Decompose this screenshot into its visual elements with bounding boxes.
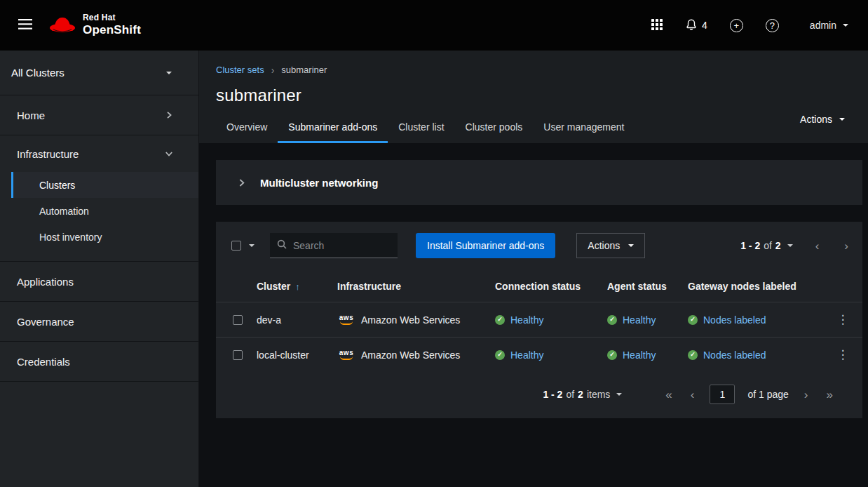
tab-overview[interactable]: Overview xyxy=(216,115,278,143)
sidebar-item-infrastructure[interactable]: Infrastructure xyxy=(0,135,198,172)
sidebar-item-label: Clusters xyxy=(39,180,75,191)
gateway-status-link[interactable]: Nodes labeled xyxy=(703,314,766,326)
bulk-select-dropdown[interactable] xyxy=(226,233,260,258)
brand-line2: OpenShift xyxy=(83,23,141,37)
sort-ascending-icon: ↑ xyxy=(295,281,300,292)
tab-cluster-pools[interactable]: Cluster pools xyxy=(455,115,534,143)
app-launcher-button[interactable] xyxy=(651,19,663,32)
table-toolbar: Install Submariner add-ons Actions 1 - 2… xyxy=(216,222,862,267)
row-checkbox[interactable] xyxy=(233,350,243,360)
cluster-switcher-label: All Clusters xyxy=(11,67,65,79)
sidebar-item-applications[interactable]: Applications xyxy=(0,262,198,301)
connection-status-link[interactable]: Healthy xyxy=(510,314,543,326)
pagination-options-menu[interactable]: 1 - 2 of 2 items xyxy=(543,389,622,400)
caret-down-icon xyxy=(628,244,634,247)
masthead: Red Hat OpenShift xyxy=(0,0,868,51)
tab-user-management[interactable]: User management xyxy=(533,115,635,143)
check-circle-icon: ✓ xyxy=(495,350,505,360)
pagination-of-label: of xyxy=(764,240,772,251)
first-page-button[interactable]: « xyxy=(663,389,674,401)
breadcrumb-current: submariner xyxy=(281,65,327,75)
pagination-range: 1 - 2 xyxy=(740,240,760,251)
infrastructure-label: Amazon Web Services xyxy=(361,314,460,326)
agent-status-link[interactable]: Healthy xyxy=(623,349,656,361)
multicluster-networking-expandable[interactable]: Multicluster networking xyxy=(216,160,862,205)
next-page-button[interactable]: › xyxy=(841,240,851,252)
notification-count: 4 xyxy=(702,20,707,31)
tab-cluster-list[interactable]: Cluster list xyxy=(388,115,454,143)
submariner-addons-table-card: Install Submariner add-ons Actions 1 - 2… xyxy=(216,222,862,418)
nav-toggle-button[interactable] xyxy=(13,13,38,38)
column-header-gateway-nodes-labeled: Gateway nodes labeled xyxy=(688,281,823,292)
pagination-range: 1 - 2 xyxy=(543,389,562,400)
last-page-button[interactable]: » xyxy=(824,389,836,401)
bottom-pagination: 1 - 2 of 2 items « ‹ of 1 page › xyxy=(216,372,862,418)
sidebar-item-clusters[interactable]: Clusters xyxy=(11,172,198,198)
table-actions-dropdown[interactable]: Actions xyxy=(576,233,645,258)
sidebar-item-home[interactable]: Home xyxy=(0,95,198,135)
cluster-switcher-dropdown[interactable]: All Clusters xyxy=(0,51,198,95)
previous-page-button[interactable]: ‹ xyxy=(688,389,698,401)
actions-label: Actions xyxy=(588,240,620,251)
install-submariner-addons-button[interactable]: Install Submariner add-ons xyxy=(416,233,555,258)
caret-down-icon xyxy=(616,393,622,396)
table-header-row: Cluster ↑ Infrastructure Connection stat… xyxy=(216,271,862,302)
sidebar-item-label: Infrastructure xyxy=(17,148,79,160)
page-actions-dropdown[interactable]: Actions xyxy=(800,114,845,125)
sidebar-item-label: Automation xyxy=(39,206,89,217)
user-menu-dropdown[interactable]: admin xyxy=(810,20,848,31)
sidebar-item-automation[interactable]: Automation xyxy=(11,198,198,224)
cluster-name: dev-a xyxy=(257,314,337,326)
gateway-status-link[interactable]: Nodes labeled xyxy=(703,349,766,361)
create-import-button[interactable]: + xyxy=(730,19,743,32)
plus-circle-icon: + xyxy=(730,19,743,32)
table-row-local-cluster: local-cluster aws Amazon Web Services ✓ … xyxy=(216,337,862,372)
sidebar-nav: All Clusters Home Infrastructure Cluster… xyxy=(0,51,199,487)
row-kebab-menu[interactable]: ⋮ xyxy=(837,349,849,361)
page-header: Cluster sets › submariner submariner Act… xyxy=(199,51,868,143)
caret-down-icon xyxy=(843,24,848,27)
breadcrumb-cluster-sets-link[interactable]: Cluster sets xyxy=(216,65,264,75)
chevron-right-icon xyxy=(237,178,246,187)
main-content: Cluster sets › submariner submariner Act… xyxy=(199,51,868,487)
column-header-agent-status: Agent status xyxy=(607,281,688,292)
top-pagination: 1 - 2 of 2 ‹ › xyxy=(740,240,851,252)
agent-status-link[interactable]: Healthy xyxy=(623,314,656,326)
connection-status-link[interactable]: Healthy xyxy=(510,349,543,361)
pagination-total: 2 xyxy=(578,389,583,400)
sidebar-item-credentials[interactable]: Credentials xyxy=(0,342,198,381)
next-page-button[interactable]: › xyxy=(801,389,811,401)
check-circle-icon: ✓ xyxy=(688,315,698,325)
redhat-openshift-logo: Red Hat OpenShift xyxy=(49,13,141,36)
bulk-select-checkbox[interactable] xyxy=(231,241,241,251)
app-window: Red Hat OpenShift xyxy=(0,0,868,487)
row-checkbox[interactable] xyxy=(233,315,243,325)
sidebar-item-governance[interactable]: Governance xyxy=(0,302,198,341)
check-circle-icon: ✓ xyxy=(607,350,617,360)
notifications-button[interactable]: 4 xyxy=(685,18,707,33)
current-page-input[interactable] xyxy=(710,385,735,404)
help-button[interactable]: ? xyxy=(766,19,779,32)
search-input[interactable] xyxy=(293,240,391,251)
actions-label: Actions xyxy=(800,114,832,125)
column-header-cluster-sort[interactable]: Cluster ↑ xyxy=(257,281,300,292)
bell-icon xyxy=(685,18,698,33)
tab-submariner-add-ons[interactable]: Submariner add-ons xyxy=(278,115,388,143)
pager-controls: « ‹ of 1 page › » xyxy=(663,385,836,404)
tab-bar: Overview Submariner add-ons Cluster list… xyxy=(216,115,845,143)
search-icon xyxy=(277,239,287,252)
pagination-options-menu[interactable]: 1 - 2 of 2 xyxy=(740,240,793,251)
cluster-name: local-cluster xyxy=(257,349,337,361)
sidebar-item-host-inventory[interactable]: Host inventory xyxy=(11,224,198,250)
pagination-items-label: items xyxy=(587,389,610,400)
row-kebab-menu[interactable]: ⋮ xyxy=(837,314,849,326)
caret-down-icon xyxy=(839,118,845,121)
hamburger-icon xyxy=(18,19,32,32)
sidebar-item-label: Governance xyxy=(17,316,74,328)
masthead-utilities: 4 + ? xyxy=(651,18,779,33)
check-circle-icon: ✓ xyxy=(688,350,698,360)
previous-page-button[interactable]: ‹ xyxy=(813,240,822,252)
sidebar-item-label: Host inventory xyxy=(39,232,102,243)
pagination-of-label: of xyxy=(566,389,574,400)
caret-down-icon xyxy=(787,244,793,247)
